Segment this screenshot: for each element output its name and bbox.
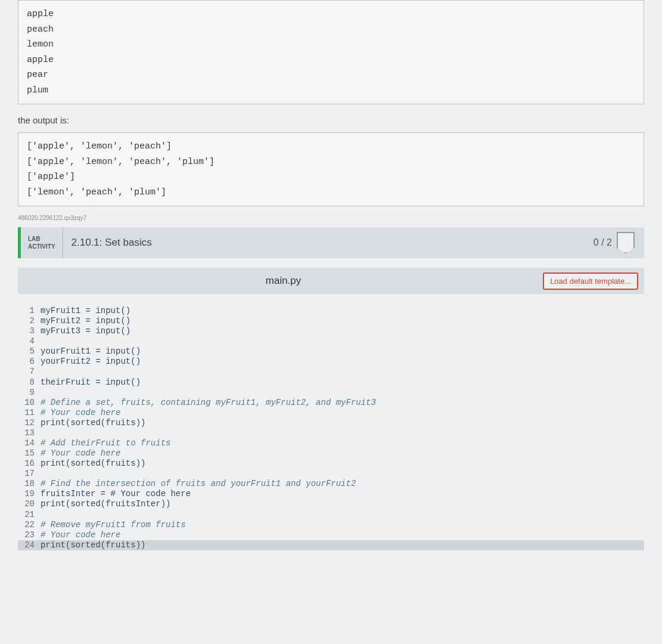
code-content[interactable]: # Remove myFruit1 from fruits xyxy=(41,520,186,530)
line-number: 15 xyxy=(18,448,41,459)
line-number: 17 xyxy=(18,469,41,479)
code-content[interactable]: fruitsInter = # Your code here xyxy=(41,489,191,499)
code-line[interactable]: 17 xyxy=(18,469,644,479)
code-content[interactable]: # Find the intersection of fruits and yo… xyxy=(41,479,356,489)
input-sample-box: apple peach lemon apple pear plum xyxy=(18,0,644,104)
line-number: 20 xyxy=(18,499,41,509)
score-badge-icon xyxy=(617,232,635,253)
code-content[interactable]: print(sorted(fruits)) xyxy=(41,540,145,550)
lab-label-line2: ACTIVITY xyxy=(28,243,55,250)
score-text: 0 / 2 xyxy=(593,237,612,248)
line-number: 4 xyxy=(18,336,41,346)
code-content[interactable]: print(sorted(fruitsInter)) xyxy=(41,499,170,509)
code-line[interactable]: 19fruitsInter = # Your code here xyxy=(18,489,644,499)
code-line[interactable]: 13 xyxy=(18,428,644,438)
line-number: 1 xyxy=(18,306,41,316)
line-number: 3 xyxy=(18,326,41,336)
lab-activity-label: LAB ACTIVITY xyxy=(21,227,63,258)
code-line[interactable]: 12print(sorted(fruits)) xyxy=(18,418,644,428)
code-content[interactable]: myFruit1 = input() xyxy=(41,306,130,316)
code-line[interactable]: 10# Define a set, fruits, containing myF… xyxy=(18,398,644,408)
code-line[interactable]: 7 xyxy=(18,367,644,377)
line-number: 13 xyxy=(18,428,41,438)
code-line[interactable]: 16print(sorted(fruits)) xyxy=(18,459,644,469)
code-content[interactable]: # Your code here xyxy=(41,530,120,540)
file-name: main.py xyxy=(24,275,543,287)
code-content[interactable]: print(sorted(fruits)) xyxy=(41,418,145,428)
code-line[interactable]: 9 xyxy=(18,388,644,398)
code-line[interactable]: 3myFruit3 = input() xyxy=(18,326,644,336)
question-id: 486020.2296122.qx3zqy7 xyxy=(18,215,644,221)
lab-title: 2.10.1: Set basics xyxy=(63,227,584,258)
code-line[interactable]: 5yourFruit1 = input() xyxy=(18,346,644,357)
code-line[interactable]: 21 xyxy=(18,510,644,520)
code-content[interactable]: # Your code here xyxy=(41,448,120,459)
line-number: 16 xyxy=(18,459,41,469)
code-line[interactable]: 4 xyxy=(18,336,644,346)
line-number: 5 xyxy=(18,346,41,357)
code-line[interactable]: 11# Your code here xyxy=(18,408,644,418)
code-line[interactable]: 23# Your code here xyxy=(18,530,644,540)
code-content[interactable]: yourFruit2 = input() xyxy=(41,357,141,367)
code-content[interactable]: myFruit3 = input() xyxy=(41,326,130,336)
code-content[interactable]: # Your code here xyxy=(41,408,120,418)
code-line[interactable]: 1myFruit1 = input() xyxy=(18,306,644,316)
line-number: 9 xyxy=(18,388,41,398)
code-line[interactable]: 18# Find the intersection of fruits and … xyxy=(18,479,644,489)
code-line[interactable]: 24print(sorted(fruits)) xyxy=(18,540,644,550)
code-line[interactable]: 20print(sorted(fruitsInter)) xyxy=(18,499,644,509)
code-editor[interactable]: 1myFruit1 = input()2myFruit2 = input()3m… xyxy=(18,294,644,610)
code-line[interactable]: 14# Add theirFruit to fruits xyxy=(18,438,644,448)
lab-score: 0 / 2 xyxy=(584,227,644,258)
code-content[interactable]: yourFruit1 = input() xyxy=(41,346,141,357)
line-number: 23 xyxy=(18,530,41,540)
file-header: main.py Load default template... xyxy=(18,268,644,294)
output-label: the output is: xyxy=(18,115,644,125)
line-number: 14 xyxy=(18,438,41,448)
code-line[interactable]: 22# Remove myFruit1 from fruits xyxy=(18,520,644,530)
line-number: 7 xyxy=(18,367,41,377)
editor-panel: main.py Load default template... 1myFrui… xyxy=(18,258,644,610)
code-line[interactable]: 8theirFruit = input() xyxy=(18,377,644,388)
code-content[interactable]: # Add theirFruit to fruits xyxy=(41,438,170,448)
line-number: 12 xyxy=(18,418,41,428)
code-line[interactable]: 2myFruit2 = input() xyxy=(18,316,644,326)
output-sample-box: ['apple', 'lemon', 'peach'] ['apple', 'l… xyxy=(18,132,644,206)
line-number: 21 xyxy=(18,510,41,520)
line-number: 24 xyxy=(18,540,41,550)
code-line[interactable]: 6yourFruit2 = input() xyxy=(18,357,644,367)
code-content[interactable]: # Define a set, fruits, containing myFru… xyxy=(41,398,376,408)
line-number: 2 xyxy=(18,316,41,326)
line-number: 10 xyxy=(18,398,41,408)
code-content[interactable]: theirFruit = input() xyxy=(41,377,141,388)
code-content[interactable]: print(sorted(fruits)) xyxy=(41,459,145,469)
lab-header: LAB ACTIVITY 2.10.1: Set basics 0 / 2 xyxy=(18,227,644,258)
code-line[interactable]: 15# Your code here xyxy=(18,448,644,459)
line-number: 8 xyxy=(18,377,41,388)
line-number: 22 xyxy=(18,520,41,530)
line-number: 11 xyxy=(18,408,41,418)
line-number: 18 xyxy=(18,479,41,489)
line-number: 6 xyxy=(18,357,41,367)
line-number: 19 xyxy=(18,489,41,499)
code-content[interactable]: myFruit2 = input() xyxy=(41,316,130,326)
load-default-template-button[interactable]: Load default template... xyxy=(543,273,638,290)
lab-label-line1: LAB xyxy=(28,235,55,243)
